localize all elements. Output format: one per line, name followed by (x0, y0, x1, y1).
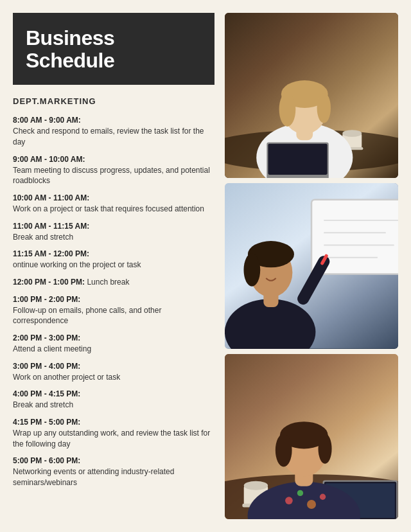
schedule-desc-2: Team meeting to discuss progress, update… (13, 166, 210, 186)
page-title: Business Schedule (26, 27, 202, 72)
schedule-desc-10: Break and stretch (13, 400, 73, 409)
left-panel: Business Schedule DEPT.MARKETING 8:00 AM… (13, 13, 225, 519)
schedule-item-1: 8:00 AM - 9:00 AM: Check and respond to … (13, 115, 214, 147)
schedule-item-7: 1:00 PM - 2:00 PM: Follow-up on emails, … (13, 294, 214, 326)
svg-point-10 (317, 93, 331, 123)
schedule-desc-12: Networking events or attending industry-… (13, 467, 174, 487)
schedule-time-4: 11:00 AM - 11:15 AM: (13, 222, 89, 231)
schedule-item-4: 11:00 AM - 11:15 AM: Break and stretch (13, 221, 214, 243)
schedule-time-3: 10:00 AM - 11:00 AM: (13, 193, 89, 202)
photo-3-svg (225, 354, 398, 519)
svg-point-45 (319, 434, 332, 464)
schedule-time-6: 12:00 PM - 1:00 PM: (13, 278, 85, 287)
schedule-desc-1: Check and respond to emails, review the … (13, 127, 204, 146)
schedule-item-10: 4:00 PM - 4:15 PM: Break and stretch (13, 389, 214, 411)
schedule-time-10: 4:00 PM - 4:15 PM: (13, 389, 80, 398)
page: Business Schedule DEPT.MARKETING 8:00 AM… (0, 0, 411, 532)
svg-point-44 (275, 434, 292, 466)
photo-3 (225, 354, 398, 519)
schedule-item-3: 10:00 AM - 11:00 AM: Work on a project o… (13, 193, 214, 215)
schedule-item-8: 2:00 PM - 3:00 PM: Attend a client meeti… (13, 333, 214, 355)
schedule-item-5: 11:15 AM - 12:00 PM: ontinue working on … (13, 249, 214, 270)
svg-point-3 (342, 130, 362, 137)
schedule-desc-7: Follow-up on emails, phone calls, and ot… (13, 306, 161, 326)
schedule-time-1: 8:00 AM - 9:00 AM: (13, 116, 81, 125)
svg-point-30 (244, 481, 268, 490)
schedule-desc-5: ontinue working on the project or task (13, 260, 141, 269)
svg-point-38 (297, 490, 303, 495)
schedule-item-6: 12:00 PM - 1:00 PM: Lunch break (13, 277, 214, 288)
schedule-desc-8: Attend a client meeting (13, 344, 91, 353)
schedule-time-12: 5:00 PM - 6:00 PM: (13, 456, 80, 465)
schedule-desc-11: Wrap up any outstanding work, and review… (13, 429, 210, 448)
svg-point-24 (243, 254, 260, 287)
schedule-item-11: 4:15 PM - 5:00 PM: Wrap up any outstandi… (13, 417, 214, 449)
schedule-item-2: 9:00 AM - 10:00 AM: Team meeting to disc… (13, 154, 214, 186)
dept-label: DEPT.MARKETING (13, 96, 214, 106)
schedule-desc-9: Work on another project or task (13, 373, 120, 382)
schedule-time-2: 9:00 AM - 10:00 AM: (13, 155, 85, 164)
svg-point-39 (307, 500, 316, 509)
photo-2-svg (225, 183, 398, 348)
svg-point-37 (285, 497, 293, 504)
schedule-item-9: 3:00 PM - 4:00 PM: Work on another proje… (13, 361, 214, 383)
schedule-list: 8:00 AM - 9:00 AM: Check and respond to … (13, 115, 214, 488)
svg-rect-12 (268, 144, 327, 175)
schedule-time-11: 4:15 PM - 5:00 PM: (13, 418, 80, 427)
svg-point-9 (279, 92, 296, 127)
header-box: Business Schedule (13, 13, 214, 85)
photo-1-svg (225, 13, 398, 178)
photo-2 (225, 183, 398, 348)
schedule-desc-6: Lunch break (87, 278, 129, 287)
schedule-desc-4: Break and stretch (13, 233, 73, 242)
schedule-time-9: 3:00 PM - 4:00 PM: (13, 362, 80, 371)
schedule-time-8: 2:00 PM - 3:00 PM: (13, 333, 80, 342)
schedule-item-12: 5:00 PM - 6:00 PM: Networking events or … (13, 456, 214, 488)
schedule-desc-3: Work on a project or task that requires … (13, 204, 204, 213)
right-panel (225, 13, 398, 519)
schedule-time-5: 11:15 AM - 12:00 PM: (13, 249, 89, 258)
schedule-time-7: 1:00 PM - 2:00 PM: (13, 295, 80, 304)
svg-point-40 (320, 493, 326, 499)
photo-1 (225, 13, 398, 178)
